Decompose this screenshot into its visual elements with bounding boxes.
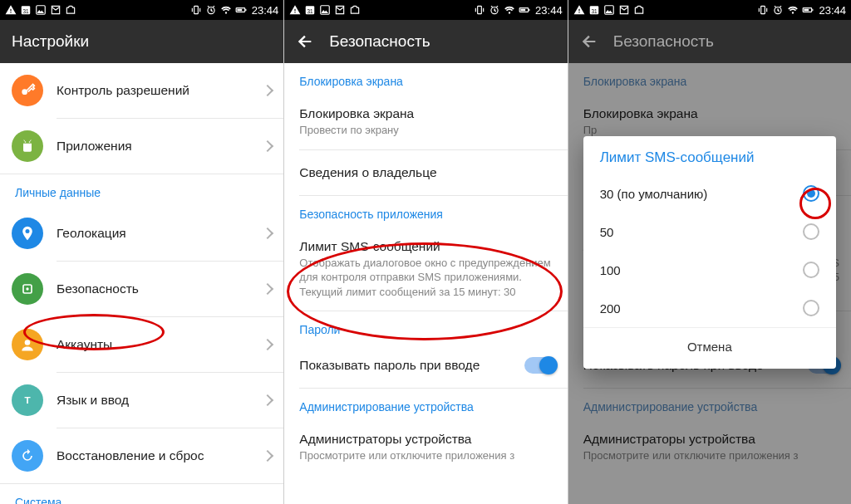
svg-point-10 xyxy=(29,141,31,143)
image-icon xyxy=(35,4,47,16)
text-icon: T xyxy=(12,384,43,416)
page-title: Настройки xyxy=(12,32,89,51)
svg-rect-22 xyxy=(520,9,525,11)
app-bar: Безопасность xyxy=(284,20,567,63)
battery-icon xyxy=(802,4,814,16)
svg-rect-3 xyxy=(194,6,198,13)
page-title: Безопасность xyxy=(329,32,430,51)
row-label: Приложения xyxy=(57,139,257,154)
svg-rect-30 xyxy=(804,9,809,11)
row-label: Лимит SMS-сообщений xyxy=(299,239,555,254)
restore-icon xyxy=(12,440,43,472)
row-label: Безопасность xyxy=(57,281,257,296)
row-language[interactable]: T Язык и ввод xyxy=(0,373,283,428)
toggle-show-password[interactable] xyxy=(524,357,556,374)
status-bar: 31 23:44 xyxy=(568,0,851,20)
row-label: Аккаунты xyxy=(57,337,257,352)
option-100[interactable]: 100 xyxy=(583,251,836,289)
row-label: Контроль разрешений xyxy=(57,83,257,98)
row-label: Геолокация xyxy=(57,226,257,241)
row-screen-lock[interactable]: Блокировка экрана Провести по экрану xyxy=(284,95,567,149)
vibrate-icon xyxy=(474,4,485,16)
account-icon xyxy=(12,329,43,360)
screen-security-dialog: 31 23:44 Безопасность Блокировка экрана … xyxy=(568,0,851,504)
wifi-icon xyxy=(220,4,232,16)
briefcase-icon xyxy=(349,4,361,16)
app-bar: Настройки xyxy=(0,20,283,63)
svg-rect-19 xyxy=(478,6,482,13)
location-icon xyxy=(12,218,43,249)
mail-icon xyxy=(618,4,630,16)
row-sub: Провести по экрану xyxy=(299,123,555,138)
settings-list: Контроль разрешений Приложения Личные да… xyxy=(0,63,283,504)
mail-icon xyxy=(334,4,346,16)
row-permissions[interactable]: Контроль разрешений xyxy=(0,63,283,118)
row-device-admins[interactable]: Администраторы устройства Просмотрите ил… xyxy=(284,420,567,475)
row-sub: Просмотрите или отключите приложения з xyxy=(299,448,555,463)
row-owner-info[interactable]: Сведения о владельце xyxy=(284,150,567,195)
svg-text:31: 31 xyxy=(591,8,598,14)
briefcase-icon xyxy=(633,4,645,16)
image-icon xyxy=(603,4,615,16)
dialog-title: Лимит SMS-сообщений xyxy=(583,136,836,174)
svg-rect-7 xyxy=(245,9,246,11)
svg-text:T: T xyxy=(24,394,30,405)
status-time: 23:44 xyxy=(252,4,279,17)
svg-rect-23 xyxy=(529,9,529,11)
status-time: 23:44 xyxy=(819,4,846,17)
chevron-right-icon xyxy=(262,85,273,96)
option-label: 30 (по умолчанию) xyxy=(600,187,708,201)
chevron-right-icon xyxy=(262,339,273,350)
back-button[interactable] xyxy=(580,32,598,51)
option-50[interactable]: 50 xyxy=(583,213,836,251)
row-apps[interactable]: Приложения xyxy=(0,119,283,174)
svg-rect-6 xyxy=(237,9,242,11)
status-time: 23:44 xyxy=(535,4,563,17)
row-label: Язык и ввод xyxy=(57,393,257,408)
section-app-security: Безопасность приложения xyxy=(284,196,567,228)
section-passwords: Пароли xyxy=(284,311,567,343)
vibrate-icon xyxy=(190,4,202,16)
calendar-icon: 31 xyxy=(588,4,600,16)
cancel-button[interactable]: Отмена xyxy=(583,327,836,365)
alarm-icon xyxy=(772,4,784,16)
section-screen-lock: Блокировка экрана xyxy=(284,63,567,95)
key-icon xyxy=(12,75,43,106)
warning-icon xyxy=(573,4,585,16)
briefcase-icon xyxy=(65,4,76,16)
security-list-behind: Блокировка экрана Блокировка экрана Пр С… xyxy=(568,63,851,504)
option-200[interactable]: 200 xyxy=(583,289,836,327)
row-show-password[interactable]: Показывать пароль при вводе xyxy=(284,343,567,388)
svg-point-9 xyxy=(25,141,27,143)
option-label: 200 xyxy=(600,301,621,316)
section-system: Система xyxy=(0,484,283,504)
svg-point-13 xyxy=(25,340,31,345)
row-label: Администраторы устройства xyxy=(299,432,555,447)
chevron-right-icon xyxy=(262,228,273,239)
mail-icon xyxy=(50,4,61,16)
calendar-icon: 31 xyxy=(20,4,32,16)
page-title: Безопасность xyxy=(613,32,714,51)
row-sms-limit[interactable]: Лимит SMS-сообщений Отображать диалогово… xyxy=(284,228,567,311)
back-icon xyxy=(580,32,598,51)
radio-icon xyxy=(803,185,819,202)
shield-icon xyxy=(12,273,43,305)
row-accounts[interactable]: Аккаунты xyxy=(0,317,283,372)
screen-settings: 31 23:44 Настройки Контроль разрешений П… xyxy=(0,0,283,504)
alarm-icon xyxy=(489,4,500,16)
row-label: Сведения о владельце xyxy=(299,165,555,180)
wifi-icon xyxy=(504,4,515,16)
radio-icon xyxy=(803,300,819,316)
back-button[interactable] xyxy=(296,32,314,51)
chevron-right-icon xyxy=(262,140,273,152)
option-30[interactable]: 30 (по умолчанию) xyxy=(583,174,836,213)
row-reset[interactable]: Восстановление и сброс xyxy=(0,428,283,483)
sms-limit-dialog: Лимит SMS-сообщений 30 (по умолчанию) 50… xyxy=(583,136,836,369)
status-bar: 31 23:44 xyxy=(0,0,283,20)
radio-icon xyxy=(803,262,819,278)
row-label: Восстановление и сброс xyxy=(57,448,257,463)
row-location[interactable]: Геолокация xyxy=(0,206,283,261)
vibrate-icon xyxy=(757,4,769,16)
row-security[interactable]: Безопасность xyxy=(0,262,283,316)
status-bar: 31 23:44 xyxy=(284,0,567,20)
